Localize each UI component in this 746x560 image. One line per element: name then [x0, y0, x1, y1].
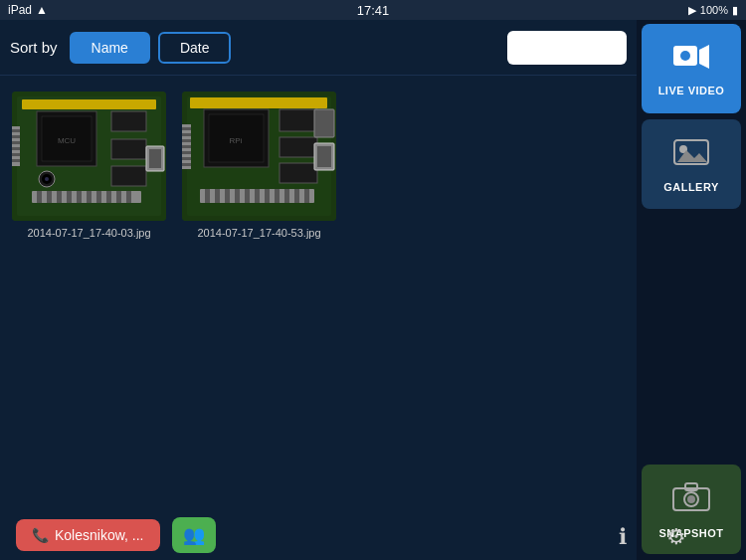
group-icon: 👥 — [183, 524, 205, 546]
sidebar: LIVE VIDEO GALLERY — [637, 20, 746, 560]
main-layout: Sort by Name Date 🔍 — [0, 20, 746, 560]
svg-rect-14 — [12, 153, 20, 156]
svg-rect-45 — [182, 145, 191, 148]
svg-rect-38 — [280, 109, 317, 131]
gallery-filename-2: 2014-07-17_17-40-53.jpg — [197, 227, 320, 239]
svg-rect-5 — [22, 99, 156, 109]
svg-rect-22 — [87, 191, 92, 203]
live-video-label: LIVE VIDEO — [658, 85, 725, 96]
svg-point-66 — [680, 51, 690, 61]
svg-rect-50 — [205, 189, 210, 203]
info-icon: ℹ — [619, 524, 627, 549]
svg-rect-17 — [37, 191, 42, 203]
svg-rect-10 — [12, 129, 20, 132]
list-item[interactable]: RPi — [182, 92, 336, 239]
svg-rect-13 — [12, 147, 20, 150]
signal-icon: ▶ — [688, 4, 696, 17]
svg-rect-23 — [96, 191, 101, 203]
svg-rect-40 — [280, 163, 317, 183]
svg-rect-62 — [317, 146, 331, 167]
svg-rect-56 — [265, 189, 270, 203]
video-camera-icon — [671, 42, 711, 79]
svg-rect-60 — [304, 189, 309, 203]
svg-rect-8 — [111, 166, 146, 186]
svg-text:RPi: RPi — [230, 136, 243, 145]
sort-by-date-button[interactable]: Date — [158, 32, 232, 64]
content-area: Sort by Name Date 🔍 — [0, 20, 637, 560]
svg-rect-15 — [12, 159, 20, 162]
svg-rect-53 — [235, 189, 240, 203]
svg-rect-59 — [294, 189, 299, 203]
live-video-button[interactable]: LIVE VIDEO — [642, 24, 741, 113]
svg-rect-44 — [182, 139, 191, 142]
list-item[interactable]: MCU — [12, 92, 166, 239]
search-bar: 🔍 — [507, 31, 627, 65]
wifi-icon: ▲ — [36, 3, 48, 17]
svg-rect-57 — [275, 189, 280, 203]
svg-rect-20 — [67, 191, 72, 203]
svg-rect-43 — [182, 133, 191, 136]
svg-rect-11 — [12, 135, 20, 138]
settings-button[interactable]: ⚙ — [666, 524, 686, 550]
call-button[interactable]: 📞 Kolesnikow, ... — [16, 519, 160, 551]
sort-by-name-button[interactable]: Name — [70, 32, 150, 64]
toolbar: Sort by Name Date 🔍 — [0, 20, 637, 76]
svg-rect-12 — [12, 141, 20, 144]
svg-rect-48 — [182, 163, 191, 166]
svg-rect-54 — [245, 189, 250, 203]
svg-rect-55 — [255, 189, 260, 203]
svg-rect-24 — [106, 191, 111, 203]
status-bar: iPad ▲ 17:41 ▶ 100% ▮ — [0, 0, 746, 20]
svg-rect-52 — [225, 189, 230, 203]
gallery-filename-1: 2014-07-17_17-40-03.jpg — [27, 227, 150, 239]
camera-icon — [671, 480, 711, 521]
svg-rect-47 — [182, 157, 191, 160]
svg-rect-7 — [111, 139, 146, 159]
svg-rect-6 — [111, 111, 146, 131]
call-label: Kolesnikow, ... — [55, 527, 144, 543]
svg-rect-21 — [77, 191, 82, 203]
pcb-image-2: RPi — [182, 92, 336, 221]
gallery-button[interactable]: GALLERY — [642, 119, 741, 209]
phone-icon: 📞 — [32, 527, 49, 543]
svg-rect-63 — [314, 109, 334, 137]
svg-rect-19 — [57, 191, 62, 203]
sort-label: Sort by — [10, 39, 58, 56]
svg-rect-28 — [149, 149, 161, 168]
svg-point-73 — [687, 495, 695, 503]
svg-point-31 — [45, 177, 49, 181]
svg-marker-65 — [699, 45, 709, 69]
svg-rect-26 — [126, 191, 131, 203]
svg-rect-18 — [47, 191, 52, 203]
svg-rect-25 — [116, 191, 121, 203]
svg-text:MCU: MCU — [58, 136, 76, 145]
svg-rect-51 — [215, 189, 220, 203]
snapshot-button[interactable]: SNAPSHOT — [642, 465, 741, 554]
svg-rect-46 — [182, 151, 191, 154]
thumbnail-1: MCU — [12, 92, 166, 221]
pcb-image-1: MCU — [12, 92, 166, 221]
gallery-label: GALLERY — [663, 181, 719, 193]
gallery-icon — [672, 136, 710, 175]
thumbnail-2: RPi — [182, 92, 336, 221]
search-input[interactable] — [507, 36, 627, 59]
gallery-grid: MCU — [0, 76, 637, 560]
battery-icon: ▮ — [732, 4, 738, 17]
info-button[interactable]: ℹ — [619, 524, 627, 550]
svg-rect-39 — [280, 137, 317, 157]
svg-rect-58 — [284, 189, 289, 203]
settings-icon: ⚙ — [666, 524, 686, 549]
svg-rect-42 — [182, 127, 191, 130]
group-button[interactable]: 👥 — [172, 517, 216, 553]
clock: 17:41 — [357, 3, 390, 18]
carrier-label: iPad — [8, 3, 32, 17]
bottom-bar: 📞 Kolesnikow, ... 👥 — [0, 510, 637, 560]
battery-label: 100% — [700, 4, 728, 16]
svg-rect-37 — [190, 97, 327, 108]
